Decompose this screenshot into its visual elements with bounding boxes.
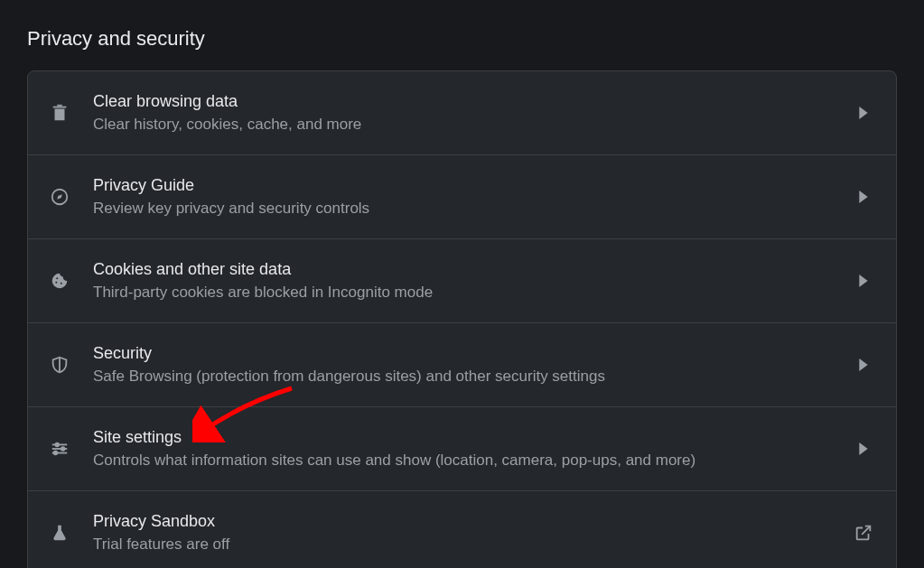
item-title: Cookies and other site data	[93, 257, 842, 281]
row-text: Site settings Controls what information …	[93, 409, 853, 489]
privacy-guide-row[interactable]: Privacy Guide Review key privacy and sec…	[28, 154, 896, 238]
item-sub: Clear history, cookies, cache, and more	[93, 113, 842, 136]
item-title: Security	[93, 341, 842, 365]
privacy-card: Clear browsing data Clear history, cooki…	[27, 70, 897, 568]
item-title: Privacy Guide	[93, 173, 842, 197]
item-title: Clear browsing data	[93, 89, 842, 113]
shield-icon	[50, 355, 93, 375]
svg-point-4	[55, 282, 57, 284]
chevron-right-icon	[853, 358, 874, 371]
sliders-icon	[50, 439, 93, 459]
svg-point-3	[56, 277, 58, 279]
svg-rect-1	[57, 105, 62, 107]
item-sub: Third-party cookies are blocked in Incog…	[93, 281, 842, 304]
svg-point-9	[61, 447, 65, 451]
row-text: Privacy Sandbox Trial features are off	[93, 493, 853, 568]
row-text: Privacy Guide Review key privacy and sec…	[93, 157, 853, 237]
item-title: Privacy Sandbox	[93, 509, 842, 533]
chevron-right-icon	[853, 442, 874, 455]
row-text: Clear browsing data Clear history, cooki…	[93, 73, 853, 153]
svg-point-11	[54, 452, 58, 455]
item-sub: Trial features are off	[93, 533, 842, 556]
svg-rect-0	[53, 107, 67, 108]
chevron-right-icon	[853, 191, 874, 203]
flask-icon	[50, 523, 93, 543]
cookies-row[interactable]: Cookies and other site data Third-party …	[28, 238, 896, 322]
compass-icon	[50, 187, 93, 207]
svg-point-7	[55, 443, 59, 447]
item-sub: Controls what information sites can use …	[93, 449, 842, 472]
site-settings-row[interactable]: Site settings Controls what information …	[28, 406, 896, 490]
chevron-right-icon	[853, 107, 874, 119]
delete-icon	[50, 103, 93, 123]
row-text: Cookies and other site data Third-party …	[93, 241, 853, 321]
security-row[interactable]: Security Safe Browsing (protection from …	[28, 322, 896, 406]
chevron-right-icon	[853, 275, 874, 287]
cookie-icon	[50, 271, 93, 291]
item-title: Site settings	[93, 425, 842, 449]
item-sub: Safe Browsing (protection from dangerous…	[93, 365, 842, 388]
item-sub: Review key privacy and security controls	[93, 197, 842, 220]
section-title: Privacy and security	[0, 0, 924, 51]
row-text: Security Safe Browsing (protection from …	[93, 325, 853, 405]
privacy-sandbox-row[interactable]: Privacy Sandbox Trial features are off	[28, 490, 896, 568]
clear-browsing-data-row[interactable]: Clear browsing data Clear history, cooki…	[28, 71, 896, 154]
svg-point-5	[61, 283, 62, 284]
open-in-new-icon	[853, 523, 874, 543]
